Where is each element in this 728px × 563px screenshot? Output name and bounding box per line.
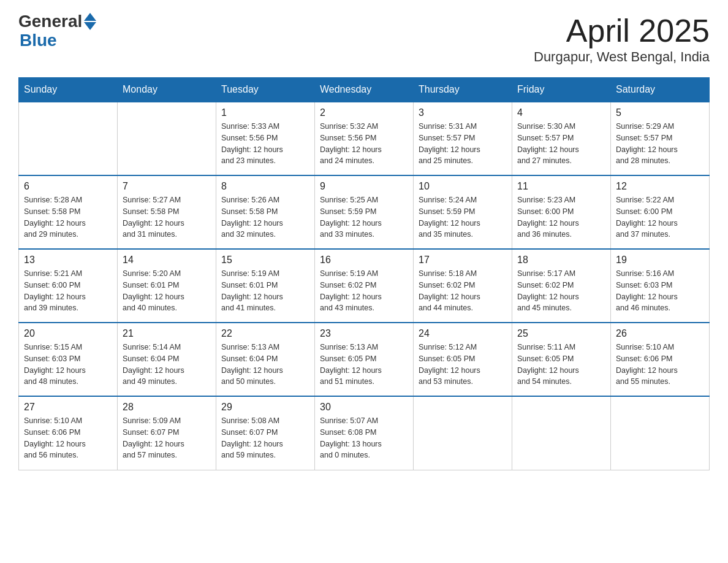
- calendar-cell: 21Sunrise: 5:14 AM Sunset: 6:04 PM Dayli…: [118, 323, 216, 396]
- day-number: 27: [24, 402, 112, 413]
- day-number: 18: [517, 255, 605, 266]
- day-info: Sunrise: 5:14 AM Sunset: 6:04 PM Dayligh…: [123, 342, 211, 388]
- week-row-5: 27Sunrise: 5:10 AM Sunset: 6:06 PM Dayli…: [19, 396, 710, 470]
- calendar-cell: [118, 102, 216, 175]
- calendar-cell: 24Sunrise: 5:12 AM Sunset: 6:05 PM Dayli…: [414, 323, 512, 396]
- weekday-header-sunday: Sunday: [19, 78, 118, 102]
- day-number: 16: [320, 255, 408, 266]
- day-number: 26: [616, 328, 704, 339]
- title-block: April 2025 Durgapur, West Bengal, India: [534, 12, 710, 65]
- calendar-cell: 19Sunrise: 5:16 AM Sunset: 6:03 PM Dayli…: [611, 249, 710, 323]
- calendar-cell: 2Sunrise: 5:32 AM Sunset: 5:56 PM Daylig…: [315, 102, 414, 175]
- day-number: 1: [221, 107, 309, 118]
- day-info: Sunrise: 5:29 AM Sunset: 5:57 PM Dayligh…: [616, 121, 704, 167]
- calendar-cell: 22Sunrise: 5:13 AM Sunset: 6:04 PM Dayli…: [216, 323, 315, 396]
- day-number: 7: [123, 181, 211, 192]
- page-header: General Blue April 2025 Durgapur, West B…: [18, 12, 710, 65]
- day-info: Sunrise: 5:18 AM Sunset: 6:02 PM Dayligh…: [419, 268, 507, 314]
- day-info: Sunrise: 5:12 AM Sunset: 6:05 PM Dayligh…: [419, 342, 507, 388]
- day-number: 28: [123, 402, 211, 413]
- weekday-header-friday: Friday: [512, 78, 611, 102]
- day-info: Sunrise: 5:24 AM Sunset: 5:59 PM Dayligh…: [419, 194, 507, 240]
- weekday-header-saturday: Saturday: [611, 78, 710, 102]
- day-number: 3: [419, 107, 507, 118]
- week-row-3: 13Sunrise: 5:21 AM Sunset: 6:00 PM Dayli…: [19, 249, 710, 323]
- day-info: Sunrise: 5:26 AM Sunset: 5:58 PM Dayligh…: [221, 194, 309, 240]
- calendar-cell: [611, 396, 710, 470]
- calendar-cell: 26Sunrise: 5:10 AM Sunset: 6:06 PM Dayli…: [611, 323, 710, 396]
- day-number: 19: [616, 255, 704, 266]
- calendar-cell: 12Sunrise: 5:22 AM Sunset: 6:00 PM Dayli…: [611, 175, 710, 249]
- day-info: Sunrise: 5:07 AM Sunset: 6:08 PM Dayligh…: [320, 415, 408, 461]
- week-row-1: 1Sunrise: 5:33 AM Sunset: 5:56 PM Daylig…: [19, 102, 710, 175]
- page-title: April 2025: [534, 12, 710, 49]
- day-number: 5: [616, 107, 704, 118]
- week-row-4: 20Sunrise: 5:15 AM Sunset: 6:03 PM Dayli…: [19, 323, 710, 396]
- day-number: 21: [123, 328, 211, 339]
- day-number: 23: [320, 328, 408, 339]
- day-info: Sunrise: 5:09 AM Sunset: 6:07 PM Dayligh…: [123, 415, 211, 461]
- day-info: Sunrise: 5:08 AM Sunset: 6:07 PM Dayligh…: [221, 415, 309, 461]
- day-number: 2: [320, 107, 408, 118]
- calendar-cell: [414, 396, 512, 470]
- day-info: Sunrise: 5:25 AM Sunset: 5:59 PM Dayligh…: [320, 194, 408, 240]
- calendar-cell: 27Sunrise: 5:10 AM Sunset: 6:06 PM Dayli…: [19, 396, 118, 470]
- day-number: 24: [419, 328, 507, 339]
- header-row: SundayMondayTuesdayWednesdayThursdayFrid…: [19, 78, 710, 102]
- day-number: 8: [221, 181, 309, 192]
- calendar-cell: 17Sunrise: 5:18 AM Sunset: 6:02 PM Dayli…: [414, 249, 512, 323]
- calendar-cell: 16Sunrise: 5:19 AM Sunset: 6:02 PM Dayli…: [315, 249, 414, 323]
- page-subtitle: Durgapur, West Bengal, India: [534, 49, 710, 65]
- calendar-cell: 3Sunrise: 5:31 AM Sunset: 5:57 PM Daylig…: [414, 102, 512, 175]
- day-info: Sunrise: 5:10 AM Sunset: 6:06 PM Dayligh…: [24, 415, 112, 461]
- day-info: Sunrise: 5:30 AM Sunset: 5:57 PM Dayligh…: [517, 121, 605, 167]
- day-number: 14: [123, 255, 211, 266]
- day-info: Sunrise: 5:10 AM Sunset: 6:06 PM Dayligh…: [616, 342, 704, 388]
- day-info: Sunrise: 5:28 AM Sunset: 5:58 PM Dayligh…: [24, 194, 112, 240]
- day-info: Sunrise: 5:31 AM Sunset: 5:57 PM Dayligh…: [419, 121, 507, 167]
- day-number: 25: [517, 328, 605, 339]
- day-info: Sunrise: 5:13 AM Sunset: 6:04 PM Dayligh…: [221, 342, 309, 388]
- day-info: Sunrise: 5:11 AM Sunset: 6:05 PM Dayligh…: [517, 342, 605, 388]
- day-info: Sunrise: 5:22 AM Sunset: 6:00 PM Dayligh…: [616, 194, 704, 240]
- calendar-cell: 13Sunrise: 5:21 AM Sunset: 6:00 PM Dayli…: [19, 249, 118, 323]
- day-info: Sunrise: 5:17 AM Sunset: 6:02 PM Dayligh…: [517, 268, 605, 314]
- calendar-cell: 5Sunrise: 5:29 AM Sunset: 5:57 PM Daylig…: [611, 102, 710, 175]
- calendar-cell: 6Sunrise: 5:28 AM Sunset: 5:58 PM Daylig…: [19, 175, 118, 249]
- day-info: Sunrise: 5:13 AM Sunset: 6:05 PM Dayligh…: [320, 342, 408, 388]
- week-row-2: 6Sunrise: 5:28 AM Sunset: 5:58 PM Daylig…: [19, 175, 710, 249]
- calendar-cell: 30Sunrise: 5:07 AM Sunset: 6:08 PM Dayli…: [315, 396, 414, 470]
- day-number: 11: [517, 181, 605, 192]
- calendar-cell: 11Sunrise: 5:23 AM Sunset: 6:00 PM Dayli…: [512, 175, 611, 249]
- day-info: Sunrise: 5:27 AM Sunset: 5:58 PM Dayligh…: [123, 194, 211, 240]
- logo: General Blue: [18, 12, 96, 50]
- day-number: 17: [419, 255, 507, 266]
- day-number: 9: [320, 181, 408, 192]
- day-info: Sunrise: 5:21 AM Sunset: 6:00 PM Dayligh…: [24, 268, 112, 314]
- calendar-cell: 20Sunrise: 5:15 AM Sunset: 6:03 PM Dayli…: [19, 323, 118, 396]
- calendar-cell: 7Sunrise: 5:27 AM Sunset: 5:58 PM Daylig…: [118, 175, 216, 249]
- day-info: Sunrise: 5:23 AM Sunset: 6:00 PM Dayligh…: [517, 194, 605, 240]
- day-number: 30: [320, 402, 408, 413]
- weekday-header-monday: Monday: [118, 78, 216, 102]
- day-info: Sunrise: 5:16 AM Sunset: 6:03 PM Dayligh…: [616, 268, 704, 314]
- day-number: 22: [221, 328, 309, 339]
- calendar-cell: 29Sunrise: 5:08 AM Sunset: 6:07 PM Dayli…: [216, 396, 315, 470]
- day-number: 13: [24, 255, 112, 266]
- calendar-cell: 8Sunrise: 5:26 AM Sunset: 5:58 PM Daylig…: [216, 175, 315, 249]
- calendar-cell: 4Sunrise: 5:30 AM Sunset: 5:57 PM Daylig…: [512, 102, 611, 175]
- calendar-cell: [512, 396, 611, 470]
- logo-general-text: General: [18, 12, 82, 31]
- calendar-cell: [19, 102, 118, 175]
- calendar-cell: 18Sunrise: 5:17 AM Sunset: 6:02 PM Dayli…: [512, 249, 611, 323]
- calendar-cell: 23Sunrise: 5:13 AM Sunset: 6:05 PM Dayli…: [315, 323, 414, 396]
- day-info: Sunrise: 5:20 AM Sunset: 6:01 PM Dayligh…: [123, 268, 211, 314]
- day-info: Sunrise: 5:32 AM Sunset: 5:56 PM Dayligh…: [320, 121, 408, 167]
- calendar-cell: 15Sunrise: 5:19 AM Sunset: 6:01 PM Dayli…: [216, 249, 315, 323]
- logo-blue-text: Blue: [20, 31, 96, 50]
- day-info: Sunrise: 5:15 AM Sunset: 6:03 PM Dayligh…: [24, 342, 112, 388]
- day-number: 10: [419, 181, 507, 192]
- day-number: 15: [221, 255, 309, 266]
- day-info: Sunrise: 5:33 AM Sunset: 5:56 PM Dayligh…: [221, 121, 309, 167]
- calendar-cell: 25Sunrise: 5:11 AM Sunset: 6:05 PM Dayli…: [512, 323, 611, 396]
